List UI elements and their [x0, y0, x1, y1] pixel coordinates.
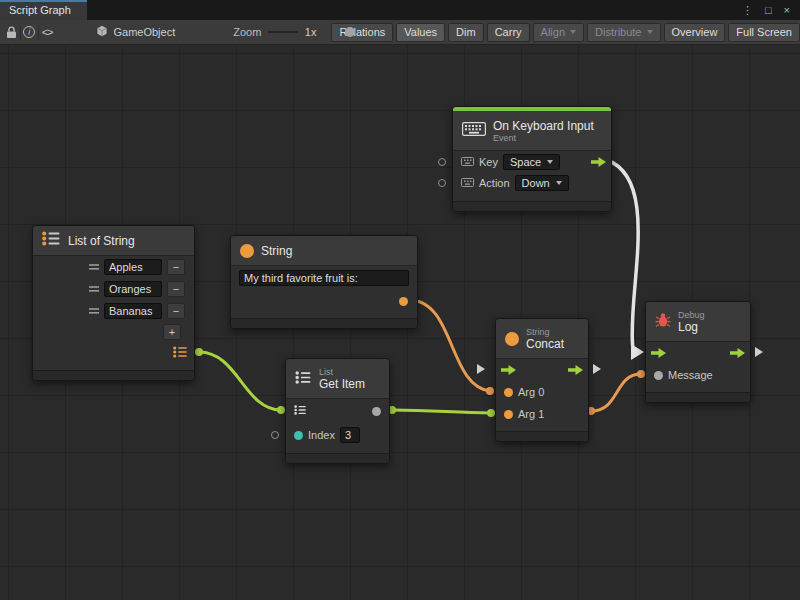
- node-header[interactable]: String Concat: [496, 319, 588, 359]
- bug-icon: [655, 312, 671, 332]
- gameobject-chip[interactable]: GameObject: [96, 25, 175, 39]
- item-output-port[interactable]: [372, 407, 381, 416]
- node-string-concat[interactable]: String Concat Arg 0 Arg 1: [495, 318, 589, 442]
- exit-port[interactable]: [730, 348, 745, 358]
- node-header[interactable]: Debug Log: [646, 302, 750, 342]
- node-debug-log[interactable]: Debug Log Message: [645, 301, 751, 403]
- node-get-item[interactable]: List Get Item Index: [285, 358, 390, 464]
- zoom-slider[interactable]: [268, 26, 297, 38]
- node-footer: [286, 453, 389, 463]
- reorder-handle-icon[interactable]: [89, 261, 99, 273]
- index-outer-port[interactable]: [271, 431, 279, 439]
- arg0-label: Arg 0: [518, 386, 544, 398]
- graph-canvas[interactable]: On Keyboard Input Event Key Space: [0, 46, 800, 600]
- reorder-handle-icon[interactable]: [89, 283, 99, 295]
- enter-port[interactable]: [501, 365, 516, 375]
- node-header[interactable]: List of String: [33, 226, 194, 256]
- list-item-row: −: [33, 300, 194, 322]
- list-item-field[interactable]: [104, 259, 162, 275]
- maximize-icon[interactable]: □: [765, 4, 772, 16]
- align-button[interactable]: Align: [533, 23, 584, 42]
- node-title: String: [261, 244, 292, 258]
- node-footer: [646, 392, 750, 402]
- carry-button[interactable]: Carry: [487, 23, 530, 42]
- add-item-row: +: [33, 322, 194, 342]
- node-header[interactable]: String: [231, 236, 417, 266]
- wire-concat-to-log[interactable]: [591, 374, 641, 411]
- key-input-port[interactable]: [438, 158, 446, 166]
- reorder-handle-icon[interactable]: [89, 305, 99, 317]
- list-output-port[interactable]: [173, 346, 188, 360]
- arg0-row: Arg 0: [496, 381, 588, 403]
- wire-list-to-getitem[interactable]: [199, 352, 281, 410]
- window-menu-icon[interactable]: ⋮: [742, 4, 753, 17]
- node-footer: [33, 370, 194, 380]
- node-string-literal[interactable]: String: [230, 235, 418, 329]
- add-item-button[interactable]: +: [163, 324, 181, 340]
- message-input-port[interactable]: [654, 371, 663, 380]
- node-header[interactable]: List Get Item: [286, 359, 389, 399]
- action-row: Action Down: [453, 172, 611, 193]
- arg1-row: Arg 1: [496, 403, 588, 425]
- lock-icon[interactable]: [6, 20, 17, 44]
- wire-endpoint: [195, 348, 203, 356]
- wire-string-to-concat[interactable]: [409, 300, 490, 391]
- window-tab-bar: Script Graph ⋮ □ ×: [0, 0, 800, 20]
- arg1-label: Arg 1: [518, 408, 544, 420]
- wire-endpoint: [486, 387, 494, 395]
- key-icon: [461, 177, 474, 189]
- list-input-port[interactable]: [294, 405, 307, 417]
- close-icon[interactable]: ×: [784, 4, 790, 16]
- tab-script-graph[interactable]: Script Graph: [0, 0, 87, 20]
- string-value-field[interactable]: [239, 270, 409, 286]
- node-category: Debug: [678, 310, 705, 320]
- overview-button[interactable]: Overview: [664, 23, 726, 42]
- enter-port[interactable]: [651, 348, 666, 358]
- values-button[interactable]: Values: [396, 23, 445, 42]
- node-on-keyboard-input[interactable]: On Keyboard Input Event Key Space: [452, 106, 612, 212]
- flow-arrowhead: [631, 344, 644, 360]
- list-icon: [295, 370, 312, 388]
- wire-getitem-to-concat[interactable]: [392, 410, 491, 413]
- list-item-field[interactable]: [104, 281, 162, 297]
- action-value: Down: [522, 177, 550, 189]
- exit-port[interactable]: [568, 365, 583, 375]
- key-label: Key: [479, 156, 498, 168]
- tab-title: Script Graph: [9, 4, 71, 16]
- fullscreen-button[interactable]: Full Screen: [728, 23, 800, 42]
- node-category: String: [526, 327, 564, 337]
- action-input-port[interactable]: [438, 179, 446, 187]
- remove-item-button[interactable]: −: [167, 303, 185, 319]
- node-header[interactable]: On Keyboard Input Event: [453, 111, 611, 151]
- keyboard-icon: [462, 122, 486, 140]
- graph-toolbar: i <> GameObject Zoom 1x Relations Values…: [0, 20, 800, 45]
- zoom-slider-track[interactable]: [268, 31, 297, 33]
- arg1-input-port[interactable]: [504, 410, 513, 419]
- relations-button[interactable]: Relations: [331, 23, 393, 42]
- dim-button[interactable]: Dim: [448, 23, 484, 42]
- key-icon: [461, 156, 474, 168]
- remove-item-button[interactable]: −: [167, 259, 185, 275]
- caret-down-icon: [556, 181, 562, 185]
- node-footer: [231, 318, 417, 328]
- remove-item-button[interactable]: −: [167, 281, 185, 297]
- index-field[interactable]: [340, 427, 360, 443]
- message-row: Message: [646, 364, 750, 386]
- trigger-output-port[interactable]: [591, 157, 606, 167]
- code-icon[interactable]: <>: [42, 20, 53, 44]
- node-category: List: [319, 367, 365, 377]
- node-list-of-string[interactable]: List of String − − − +: [32, 225, 195, 381]
- node-title: List of String: [68, 234, 135, 248]
- flow-indicator-triangle: [755, 347, 763, 357]
- string-value-row: [231, 266, 417, 290]
- string-output-port[interactable]: [399, 297, 408, 306]
- distribute-button[interactable]: Distribute: [587, 23, 660, 42]
- list-item-field[interactable]: [104, 303, 162, 319]
- window-controls: ⋮ □ ×: [742, 0, 800, 20]
- arg0-input-port[interactable]: [504, 388, 513, 397]
- info-icon[interactable]: i: [23, 20, 35, 44]
- string-output-row: [231, 290, 417, 312]
- action-dropdown[interactable]: Down: [515, 175, 569, 191]
- index-input-port[interactable]: [294, 431, 303, 440]
- key-dropdown[interactable]: Space: [503, 154, 560, 170]
